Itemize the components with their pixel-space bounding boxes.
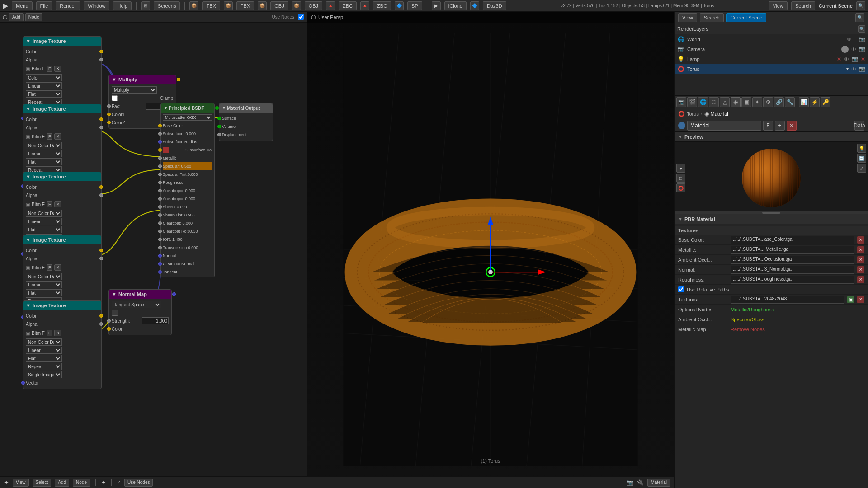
img-close-1[interactable]: ✕ xyxy=(54,66,61,72)
image-texture-header-3[interactable]: ▼ Image Texture xyxy=(23,172,101,181)
multiply-header[interactable]: ▼ Multiply xyxy=(109,75,176,84)
prop-texture-icon[interactable]: ▣ xyxy=(741,97,751,107)
status-view-btn[interactable]: View xyxy=(13,479,29,487)
flat-select-1[interactable]: Flat xyxy=(26,90,62,98)
fbx-btn-1[interactable]: FBX xyxy=(202,1,220,10)
fbx-icon-2[interactable]: 📦 xyxy=(224,1,233,10)
status-use-nodes-btn[interactable]: Use Nodes xyxy=(124,479,153,487)
breadcrumb-material[interactable]: Material xyxy=(711,111,728,117)
flat-select-3[interactable]: Flat xyxy=(26,226,62,233)
textures-browse-btn[interactable]: ▣ xyxy=(847,296,854,303)
lamp-eye-icon[interactable]: 👁 xyxy=(844,56,849,62)
prop-custom-icon[interactable]: ⚡ xyxy=(810,97,820,107)
preview-refresh-icon[interactable]: 🔄 xyxy=(857,154,866,163)
image-texture-header-4[interactable]: ▼ Image Texture xyxy=(23,235,101,244)
preview-flat-mode[interactable]: □ xyxy=(676,174,685,183)
material-output-header[interactable]: ▼ Material Output xyxy=(219,103,273,113)
image-texture-node-5[interactable]: ▼ Image Texture Color Alpha ▣ Bitm F xyxy=(23,300,102,389)
outliner-torus[interactable]: ⭕ Torus ▾ 👁 📷 xyxy=(675,64,868,74)
search-btn-right[interactable]: Search xyxy=(700,13,724,22)
vector-socket-5[interactable] xyxy=(21,381,25,385)
clearcoat-socket[interactable] xyxy=(158,221,162,225)
alpha-socket-1[interactable] xyxy=(99,58,103,61)
repeat-select-5[interactable]: Repeat xyxy=(26,363,62,370)
sp-icon[interactable]: 🔷 xyxy=(395,1,404,10)
textures-del-btn[interactable]: ✕ xyxy=(857,296,864,303)
normal-uv-picker[interactable] xyxy=(112,310,118,316)
tangent-socket[interactable] xyxy=(158,270,162,274)
iclone-icon[interactable]: ▶ xyxy=(432,1,441,10)
status-camera-icon[interactable]: 📷 xyxy=(627,479,633,486)
status-node-btn[interactable]: Node xyxy=(73,479,90,487)
img-browse-4[interactable]: F xyxy=(47,264,53,271)
status-plug-icon[interactable]: 🔌 xyxy=(637,479,644,486)
screens-btn[interactable]: Screens xyxy=(154,1,180,10)
normal-map-output-socket[interactable] xyxy=(172,292,176,296)
specular-tint-socket[interactable] xyxy=(158,173,162,176)
screens-icon[interactable]: ⊞ xyxy=(141,1,150,10)
preview-section-header[interactable]: ▼ Preview xyxy=(675,132,868,142)
mat-plus-btn[interactable]: + xyxy=(775,121,785,131)
color-socket-4[interactable] xyxy=(99,249,103,252)
flat-select-2[interactable]: Flat xyxy=(26,158,62,165)
subsurface-color-socket[interactable] xyxy=(158,148,162,152)
material-name-input[interactable] xyxy=(687,121,761,131)
prop-physics-icon[interactable]: ⚙ xyxy=(763,97,773,107)
lamp-render-close-icon[interactable]: ✕ xyxy=(861,56,865,62)
ambient-occlusion-del-btn[interactable]: ✕ xyxy=(857,256,864,263)
preview-resize-handle[interactable] xyxy=(675,211,868,214)
fbx-icon-1[interactable]: 📦 xyxy=(189,1,198,10)
multiply-output-socket[interactable] xyxy=(177,78,180,81)
sheen-tint-socket[interactable] xyxy=(158,213,162,217)
normal-map-header[interactable]: ▼ Normal Map xyxy=(109,290,171,299)
render-menu[interactable]: Render xyxy=(56,1,80,10)
image-texture-header-5[interactable]: ▼ Image Texture xyxy=(23,301,101,310)
image-texture-header-2[interactable]: ▼ Image Texture xyxy=(23,104,101,113)
iclone-btn[interactable]: iClone xyxy=(444,1,467,10)
img-browse-2[interactable]: F xyxy=(47,133,53,140)
data-tab-btn[interactable]: Data xyxy=(854,121,864,131)
material-output-node[interactable]: ▼ Material Output Surface Volume Displac… xyxy=(219,103,273,141)
linear-select-3[interactable]: Linear xyxy=(26,218,62,225)
status-mode-icon[interactable]: ✦ xyxy=(4,479,9,486)
obj-icon-1[interactable]: 📦 xyxy=(258,1,267,10)
clamp-checkbox[interactable] xyxy=(112,95,118,101)
color-socket-5[interactable] xyxy=(99,314,103,318)
outliner-search-icon[interactable]: 🔍 xyxy=(858,25,865,33)
prop-constraints-icon[interactable]: 🔗 xyxy=(774,97,784,107)
color-socket-2[interactable] xyxy=(99,117,103,121)
color1-socket[interactable] xyxy=(107,113,111,116)
node-editor-type-icon[interactable]: ⬡ xyxy=(3,14,7,20)
img-close-2[interactable]: ✕ xyxy=(54,133,61,140)
current-scene-btn[interactable]: Current Scene xyxy=(726,13,767,22)
alpha-socket-5[interactable] xyxy=(99,322,103,326)
alpha-socket-4[interactable] xyxy=(99,257,103,260)
img-close-5[interactable]: ✕ xyxy=(54,330,61,336)
img-close-3[interactable]: ✕ xyxy=(54,201,61,207)
file-menu[interactable]: File xyxy=(36,1,52,10)
mat-f-btn[interactable]: F xyxy=(763,121,773,131)
status-material-btn[interactable]: Material xyxy=(647,479,670,487)
menu-button[interactable]: Menu xyxy=(12,1,33,10)
multiply-type-select[interactable]: Multiply xyxy=(112,86,157,94)
fac-socket[interactable] xyxy=(107,104,111,108)
flat-select-4[interactable]: Flat xyxy=(26,289,62,296)
non-color-select-5[interactable]: Non-Color Data xyxy=(26,338,62,346)
status-cursor-icon[interactable]: ✦ xyxy=(101,479,106,486)
normal-del-btn[interactable]: ✕ xyxy=(857,266,864,273)
world-render-icon[interactable]: 📷 xyxy=(859,36,865,42)
right-search-icon[interactable]: 🔍 xyxy=(855,13,864,22)
color-space-select-1[interactable]: Color xyxy=(26,74,62,81)
specular-socket[interactable] xyxy=(158,164,162,168)
bsdf-header[interactable]: ▼ Principled BSDF xyxy=(161,103,214,113)
roughness-input-socket[interactable] xyxy=(158,181,162,184)
anisotropic-socket[interactable] xyxy=(158,189,162,192)
anisotropic2-socket[interactable] xyxy=(158,197,162,201)
prop-world-icon[interactable]: 🌐 xyxy=(698,97,708,107)
lamp-render-icon[interactable]: 📷 xyxy=(852,56,858,62)
search-btn[interactable]: Search xyxy=(791,1,815,10)
strength-input[interactable] xyxy=(142,317,169,324)
obj-btn-1[interactable]: OBJ xyxy=(270,1,288,10)
zbc-btn-2[interactable]: ZBC xyxy=(373,1,391,10)
img-close-4[interactable]: ✕ xyxy=(54,264,61,271)
